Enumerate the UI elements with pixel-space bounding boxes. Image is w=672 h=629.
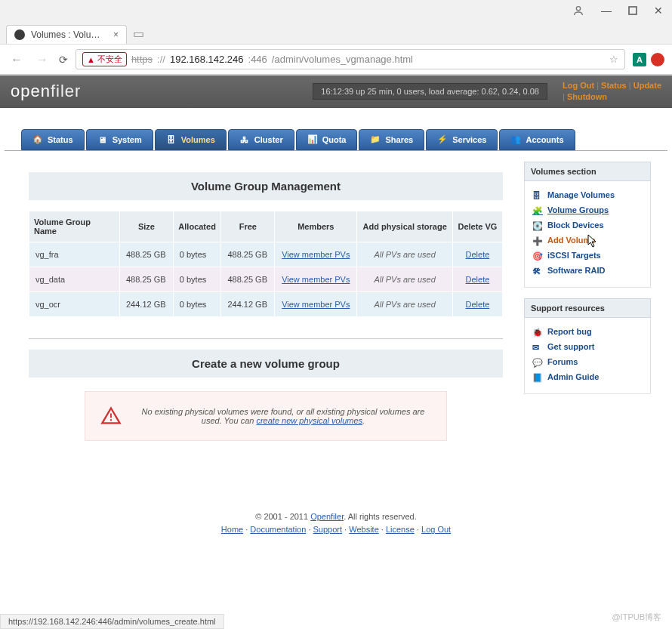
footer-license[interactable]: License bbox=[386, 525, 415, 534]
sidebar-icon: 🎯 bbox=[532, 251, 543, 259]
sidebar-icon: 🛠 bbox=[532, 267, 543, 274]
new-tab-button[interactable]: ▭ bbox=[127, 23, 150, 44]
quota-icon: 📊 bbox=[307, 134, 318, 145]
support-item-report-bug[interactable]: 🐞Report bug bbox=[531, 324, 644, 339]
warning-icon bbox=[100, 405, 122, 427]
extension-icon[interactable] bbox=[651, 53, 664, 66]
vg-table: Volume Group Name Size Allocated Free Me… bbox=[29, 211, 503, 317]
url-host: 192.168.142.246 bbox=[170, 54, 244, 65]
sidebar-icon: 💽 bbox=[532, 221, 543, 229]
sidebar-item-manage-volumes[interactable]: 🗄Manage Volumes bbox=[531, 187, 644, 202]
close-button[interactable]: ✕ bbox=[654, 5, 663, 17]
support-icon: 📘 bbox=[532, 373, 543, 381]
sidebar-icon: 🗄 bbox=[532, 191, 543, 199]
svg-point-2 bbox=[110, 419, 112, 421]
vg-name: vg_ocr bbox=[29, 291, 120, 316]
header-links: Log Out | Status | Update | Shutdown bbox=[563, 80, 661, 103]
sidebar-icon: 🧩 bbox=[532, 206, 543, 214]
browser-chrome: — ✕ Volumes : Volume Gro... × ▭ ← → ⟳ ▲ … bbox=[0, 0, 672, 76]
browser-tab[interactable]: Volumes : Volume Gro... × bbox=[6, 25, 127, 44]
tab-close-icon[interactable]: × bbox=[113, 29, 119, 40]
nav-services[interactable]: ⚡Services bbox=[426, 129, 498, 150]
footer-website[interactable]: Website bbox=[349, 525, 379, 534]
support-item-get-support[interactable]: ✉Get support bbox=[531, 339, 644, 354]
sidebar-item-iscsi-targets[interactable]: 🎯iSCSI Targets bbox=[531, 248, 644, 263]
url-input[interactable]: ▲ 不安全 https://192.168.142.246:446/admin/… bbox=[76, 49, 625, 69]
sidebar-item-add-volume[interactable]: ➕Add Volume bbox=[531, 233, 644, 248]
nav-volumes[interactable]: 🗄Volumes bbox=[155, 129, 227, 150]
url-scheme: https bbox=[131, 54, 153, 65]
main-column: Volume Group Management Volume Group Nam… bbox=[21, 162, 510, 455]
status-icon: 🏠 bbox=[32, 134, 43, 145]
nav-status[interactable]: 🏠Status bbox=[21, 129, 85, 150]
volumes-section-box: 🗄Manage Volumes🧩Volume Groups💽Block Devi… bbox=[524, 181, 651, 288]
footer: © 2001 - 2011 Openfiler. All rights rese… bbox=[0, 510, 672, 537]
vg-name: vg_fra bbox=[29, 242, 120, 267]
col-name: Volume Group Name bbox=[29, 211, 120, 242]
support-item-admin-guide[interactable]: 📘Admin Guide bbox=[531, 369, 644, 384]
services-icon: ⚡ bbox=[437, 134, 448, 145]
reload-button[interactable]: ⟳ bbox=[59, 54, 68, 66]
footer-logout[interactable]: Log Out bbox=[421, 525, 451, 534]
maximize-button[interactable] bbox=[628, 6, 637, 15]
insecure-badge[interactable]: ▲ 不安全 bbox=[82, 52, 127, 66]
view-members-link[interactable]: View member PVs bbox=[282, 300, 350, 309]
nav-quota[interactable]: 📊Quota bbox=[296, 129, 358, 150]
window-controls: — ✕ bbox=[0, 0, 672, 21]
logout-link[interactable]: Log Out bbox=[563, 81, 594, 90]
vg-addpv: All PVs are used bbox=[357, 291, 452, 316]
view-members-link[interactable]: View member PVs bbox=[282, 275, 350, 284]
extension-icon[interactable]: A bbox=[633, 53, 646, 66]
vg-alloc: 0 bytes bbox=[173, 267, 221, 291]
vg-delete: Delete bbox=[452, 291, 502, 316]
table-row: vg_data488.25 GB0 bytes488.25 GBView mem… bbox=[29, 267, 503, 291]
notice-text: No existing physical volumes were found,… bbox=[135, 407, 431, 425]
support-item-label: Admin Guide bbox=[547, 372, 599, 381]
support-item-label: Get support bbox=[547, 342, 594, 351]
back-button[interactable]: ← bbox=[8, 51, 26, 68]
minimize-button[interactable]: — bbox=[601, 5, 612, 17]
forward-button[interactable]: → bbox=[33, 51, 51, 68]
nav-cluster[interactable]: 🖧Cluster bbox=[228, 129, 294, 150]
sidebar-item-software-raid[interactable]: 🛠Software RAID bbox=[531, 263, 644, 278]
view-members-link[interactable]: View member PVs bbox=[282, 250, 350, 259]
tab-title: Volumes : Volume Gro... bbox=[31, 29, 107, 40]
svg-rect-1 bbox=[629, 7, 637, 14]
sidebar-item-block-devices[interactable]: 💽Block Devices bbox=[531, 217, 644, 233]
support-item-label: Report bug bbox=[547, 327, 592, 336]
vg-members: View member PVs bbox=[275, 242, 357, 267]
vg-addpv: All PVs are used bbox=[357, 242, 452, 267]
delete-link[interactable]: Delete bbox=[466, 250, 490, 259]
delete-link[interactable]: Delete bbox=[466, 300, 490, 309]
cluster-icon: 🖧 bbox=[239, 134, 250, 145]
delete-link[interactable]: Delete bbox=[466, 275, 490, 284]
nav-accounts[interactable]: 👥Accounts bbox=[499, 129, 575, 150]
user-icon[interactable] bbox=[572, 5, 584, 17]
sidebar-item-label: Block Devices bbox=[547, 220, 604, 230]
nav-shares[interactable]: 📁Shares bbox=[359, 129, 424, 150]
sidebar-item-volume-groups[interactable]: 🧩Volume Groups bbox=[531, 202, 644, 217]
create-pv-link[interactable]: create new physical volumes bbox=[256, 416, 362, 425]
vg-delete: Delete bbox=[452, 267, 502, 291]
uptime-display: 16:12:39 up 25 min, 0 users, load averag… bbox=[313, 83, 547, 100]
bookmark-icon[interactable]: ☆ bbox=[609, 54, 618, 65]
shutdown-link[interactable]: Shutdown bbox=[567, 92, 607, 101]
footer-openfiler-link[interactable]: Openfiler bbox=[310, 512, 344, 521]
vg-delete: Delete bbox=[452, 242, 502, 267]
col-alloc: Allocated bbox=[173, 211, 221, 242]
footer-home[interactable]: Home bbox=[221, 525, 243, 534]
status-link[interactable]: Status bbox=[601, 81, 627, 90]
shares-icon: 📁 bbox=[370, 134, 381, 145]
sidebar-icon: ➕ bbox=[532, 236, 543, 244]
vg-size: 488.25 GB bbox=[120, 242, 174, 267]
favicon bbox=[14, 29, 25, 40]
update-link[interactable]: Update bbox=[633, 81, 661, 90]
nav-system[interactable]: 🖥System bbox=[86, 129, 153, 150]
extensions: A bbox=[633, 53, 664, 66]
footer-support[interactable]: Support bbox=[313, 525, 343, 534]
col-free: Free bbox=[221, 211, 275, 242]
footer-docs[interactable]: Documentation bbox=[250, 525, 306, 534]
content: Volume Group Management Volume Group Nam… bbox=[5, 150, 667, 465]
support-item-forums[interactable]: 💬Forums bbox=[531, 354, 644, 369]
app-header: openfiler 16:12:39 up 25 min, 0 users, l… bbox=[0, 76, 672, 108]
